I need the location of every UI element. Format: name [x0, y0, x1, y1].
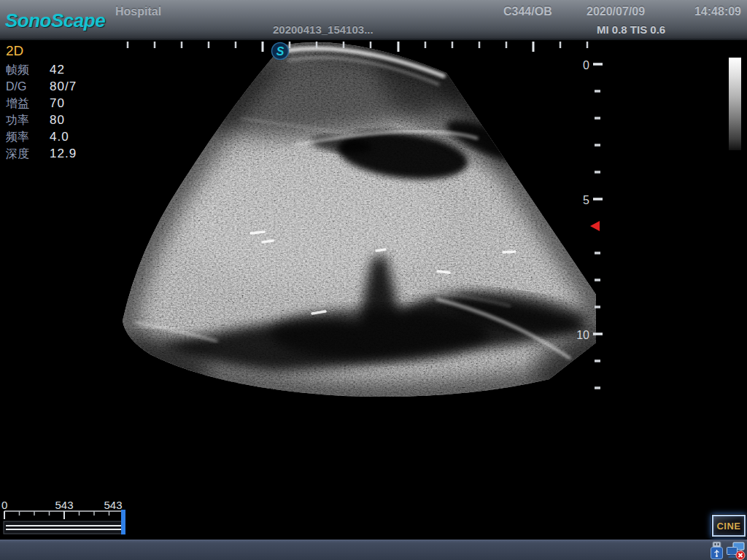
- brand-logo: SonoScape: [5, 9, 105, 32]
- cine-start-label: 0: [1, 499, 7, 511]
- parameter-panel: 2D 帧频42 D/G80/7 增益70 功率80 频率4.0 深度12.9: [6, 43, 77, 163]
- param-value: 70: [50, 96, 65, 110]
- header-bar: SonoScape Hospital 20200413_154103... C3…: [0, 0, 747, 40]
- param-value: 80: [50, 113, 65, 127]
- cine-current-label: 543: [55, 499, 73, 511]
- param-row-depth: 深度12.9: [6, 147, 77, 163]
- param-value: 12.9: [50, 147, 77, 160]
- param-row-framerate: 帧频42: [6, 63, 77, 79]
- ultrasound-image: [100, 26, 625, 412]
- depth-ruler-minor-ticks: [595, 91, 600, 388]
- cine-position-cursor[interactable]: [121, 510, 125, 534]
- status-bar: [0, 540, 747, 560]
- param-value: 42: [50, 63, 65, 77]
- depth-label-10: 10: [576, 329, 589, 341]
- param-label: 频率: [6, 130, 50, 145]
- system-time: 14:48:09: [694, 5, 741, 18]
- param-label: 帧频: [6, 63, 50, 78]
- cine-button-label: CINE: [716, 521, 740, 532]
- param-row-frequency: 频率4.0: [6, 130, 77, 147]
- probe-exam-label: C344/OB: [503, 5, 552, 18]
- param-label: 增益: [6, 96, 50, 112]
- param-row-gain: 增益70: [6, 96, 77, 113]
- param-label: 功率: [6, 113, 50, 128]
- dataset-name: 20200413_154103...: [273, 23, 374, 36]
- param-value: 4.0: [50, 130, 69, 144]
- mi-tis-readout: MI 0.8 TIS 0.6: [597, 23, 665, 36]
- network-disconnected-icon: [726, 542, 746, 560]
- usb-storage-icon: [708, 541, 725, 560]
- hospital-name: Hospital: [115, 5, 161, 18]
- cine-button[interactable]: CINE: [712, 515, 746, 537]
- param-row-power: 功率80: [6, 113, 77, 130]
- cine-ruler-major-ticks: [4, 511, 124, 519]
- orientation-marker-letter: S: [276, 45, 285, 58]
- cine-total-label: 543: [104, 499, 122, 511]
- param-value: 80/7: [50, 79, 77, 93]
- mode-label: 2D: [6, 43, 77, 59]
- param-row-dg: D/G80/7: [6, 79, 77, 96]
- cine-slider-track[interactable]: [4, 521, 125, 534]
- param-label: 深度: [6, 147, 50, 162]
- main-display: 0 5 10 S 0 543 543: [0, 0, 747, 560]
- ultrasound-screen: 0 5 10 S 0 543 543 SonoScape Hospital 20…: [0, 0, 747, 560]
- depth-label-0: 0: [583, 59, 589, 71]
- grayscale-bar: [729, 58, 741, 150]
- focus-marker[interactable]: [590, 221, 600, 231]
- depth-label-5: 5: [583, 194, 589, 206]
- param-label: D/G: [6, 80, 50, 93]
- system-date: 2020/07/09: [587, 5, 645, 18]
- orientation-marker: S: [272, 43, 289, 60]
